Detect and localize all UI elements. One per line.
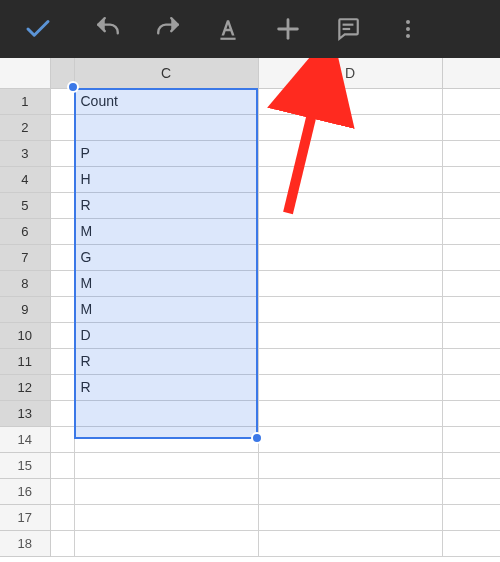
cell[interactable] — [74, 504, 258, 530]
cell[interactable] — [50, 244, 74, 270]
comment-button[interactable] — [318, 0, 378, 58]
cell-C9[interactable]: M — [74, 296, 258, 322]
overflow-menu-button[interactable] — [378, 0, 438, 58]
cell[interactable] — [50, 530, 74, 556]
cell[interactable] — [258, 530, 442, 556]
cell[interactable] — [50, 400, 74, 426]
selection-handle-bottom-right[interactable] — [251, 432, 263, 444]
select-all-corner[interactable] — [0, 58, 50, 88]
row-header-1[interactable]: 1 — [0, 88, 50, 114]
cell[interactable] — [50, 504, 74, 530]
redo-button[interactable] — [138, 0, 198, 58]
cell[interactable] — [442, 478, 500, 504]
column-header-partial-right[interactable] — [442, 58, 500, 88]
cell[interactable] — [50, 114, 74, 140]
cell[interactable] — [74, 452, 258, 478]
cell[interactable] — [50, 348, 74, 374]
cell-C2[interactable] — [74, 114, 258, 140]
cell-C13[interactable] — [74, 400, 258, 426]
cell[interactable] — [442, 426, 500, 452]
cell[interactable] — [442, 218, 500, 244]
cell[interactable] — [258, 192, 442, 218]
cell[interactable] — [50, 426, 74, 452]
cell[interactable] — [74, 426, 258, 452]
row-header-16[interactable]: 16 — [0, 478, 50, 504]
cell[interactable] — [442, 374, 500, 400]
cell[interactable] — [442, 452, 500, 478]
cell[interactable] — [258, 140, 442, 166]
cell-C1[interactable]: Count — [74, 88, 258, 114]
cell[interactable] — [258, 296, 442, 322]
row-header-5[interactable]: 5 — [0, 192, 50, 218]
cell[interactable] — [50, 270, 74, 296]
row-header-13[interactable]: 13 — [0, 400, 50, 426]
cell-C8[interactable]: M — [74, 270, 258, 296]
cell[interactable] — [50, 192, 74, 218]
cell[interactable] — [50, 322, 74, 348]
cell-C10[interactable]: D — [74, 322, 258, 348]
cell[interactable] — [74, 530, 258, 556]
cell[interactable] — [50, 296, 74, 322]
cell[interactable] — [50, 374, 74, 400]
cell[interactable] — [442, 504, 500, 530]
cell[interactable] — [442, 296, 500, 322]
cell[interactable] — [442, 192, 500, 218]
cell-C11[interactable]: R — [74, 348, 258, 374]
cell[interactable] — [258, 348, 442, 374]
cell[interactable] — [74, 478, 258, 504]
confirm-button[interactable] — [8, 0, 68, 58]
cell[interactable] — [258, 88, 442, 114]
row-header-12[interactable]: 12 — [0, 374, 50, 400]
column-header-C[interactable]: C — [74, 58, 258, 88]
row-header-2[interactable]: 2 — [0, 114, 50, 140]
cell[interactable] — [258, 270, 442, 296]
row-header-11[interactable]: 11 — [0, 348, 50, 374]
column-header-D[interactable]: D — [258, 58, 442, 88]
row-header-4[interactable]: 4 — [0, 166, 50, 192]
cell[interactable] — [258, 478, 442, 504]
cell[interactable] — [258, 218, 442, 244]
cell-C12[interactable]: R — [74, 374, 258, 400]
cell[interactable] — [442, 166, 500, 192]
cell[interactable] — [258, 374, 442, 400]
cell[interactable] — [50, 218, 74, 244]
cell[interactable] — [442, 530, 500, 556]
cell[interactable] — [50, 166, 74, 192]
cell[interactable] — [258, 504, 442, 530]
row-header-6[interactable]: 6 — [0, 218, 50, 244]
cell[interactable] — [258, 400, 442, 426]
row-header-8[interactable]: 8 — [0, 270, 50, 296]
cell[interactable] — [50, 140, 74, 166]
row-header-15[interactable]: 15 — [0, 452, 50, 478]
cell[interactable] — [442, 400, 500, 426]
cell[interactable] — [442, 140, 500, 166]
cell-C5[interactable]: R — [74, 192, 258, 218]
spreadsheet[interactable]: C D 1Count 2 3P 4H 5R 6M 7G 8M 9M 10D 11… — [0, 58, 500, 562]
row-header-17[interactable]: 17 — [0, 504, 50, 530]
cell[interactable] — [258, 322, 442, 348]
cell[interactable] — [442, 88, 500, 114]
row-header-14[interactable]: 14 — [0, 426, 50, 452]
row-header-10[interactable]: 10 — [0, 322, 50, 348]
cell[interactable] — [258, 244, 442, 270]
cell[interactable] — [442, 348, 500, 374]
cell[interactable] — [442, 322, 500, 348]
cell[interactable] — [258, 452, 442, 478]
cell[interactable] — [258, 426, 442, 452]
cell[interactable] — [442, 270, 500, 296]
cell[interactable] — [442, 114, 500, 140]
cell-C7[interactable]: G — [74, 244, 258, 270]
row-header-9[interactable]: 9 — [0, 296, 50, 322]
cell[interactable] — [50, 452, 74, 478]
cell[interactable] — [258, 114, 442, 140]
undo-button[interactable] — [78, 0, 138, 58]
row-header-7[interactable]: 7 — [0, 244, 50, 270]
cell-C3[interactable]: P — [74, 140, 258, 166]
row-header-3[interactable]: 3 — [0, 140, 50, 166]
text-format-button[interactable] — [198, 0, 258, 58]
selection-handle-top-left[interactable] — [67, 81, 79, 93]
cell[interactable] — [442, 244, 500, 270]
cell-C4[interactable]: H — [74, 166, 258, 192]
cell[interactable] — [50, 478, 74, 504]
insert-button[interactable] — [258, 0, 318, 58]
